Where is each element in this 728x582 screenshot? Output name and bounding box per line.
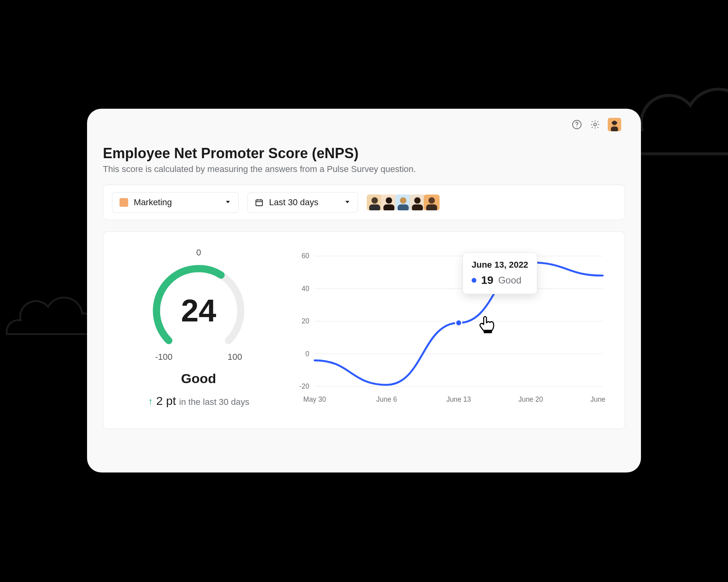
line-chart-svg: -200204060May 30June 6June 13June 20June… <box>292 248 607 410</box>
svg-text:May 30: May 30 <box>303 395 326 403</box>
svg-rect-13 <box>383 204 394 210</box>
enps-card: Employee Net Promoter Score (eNPS) This … <box>87 109 641 472</box>
enps-gauge: 24 <box>147 259 250 362</box>
caret-down-icon <box>344 197 351 208</box>
svg-rect-19 <box>412 204 423 210</box>
filter-bar: Marketing Last 30 days <box>103 185 625 220</box>
team-avatar <box>381 195 397 210</box>
tooltip-value: 19 <box>481 274 493 287</box>
chart-tooltip: June 13, 2022 19 Good <box>463 252 537 294</box>
tooltip-label: Good <box>498 275 521 286</box>
caret-down-icon <box>225 197 231 208</box>
svg-rect-7 <box>256 200 263 206</box>
delta-value: 2 pt <box>156 394 176 408</box>
svg-text:20: 20 <box>301 317 309 325</box>
department-dropdown[interactable]: Marketing <box>112 192 239 213</box>
svg-rect-10 <box>369 204 380 210</box>
series-color-dot <box>472 278 476 283</box>
gauge-value: 24 <box>147 259 250 362</box>
line-chart[interactable]: -200204060May 30June 6June 13June 20June… <box>292 248 607 410</box>
svg-rect-16 <box>398 204 409 210</box>
svg-text:June 6: June 6 <box>376 395 397 403</box>
arrow-up-icon: ↑ <box>148 395 153 408</box>
svg-rect-5 <box>611 127 618 131</box>
user-avatar[interactable] <box>608 118 621 131</box>
cursor-pointer-icon <box>477 313 499 335</box>
help-icon[interactable] <box>571 119 582 130</box>
gauge-top-label: 0 <box>196 248 201 258</box>
department-color-swatch <box>119 198 128 207</box>
svg-text:June 13: June 13 <box>446 395 471 403</box>
page-subtitle: This score is calculated by measuring th… <box>103 164 625 174</box>
team-avatar <box>367 195 383 210</box>
department-label: Marketing <box>134 197 172 208</box>
gauge-delta: ↑ 2 pt in the last 30 days <box>148 394 249 408</box>
team-avatar <box>424 195 440 210</box>
svg-text:June 27: June 27 <box>590 395 607 403</box>
svg-point-15 <box>400 197 406 204</box>
team-avatar <box>410 195 425 210</box>
svg-rect-42 <box>484 330 492 333</box>
svg-text:June 20: June 20 <box>518 395 543 403</box>
date-range-label: Last 30 days <box>269 197 318 208</box>
svg-text:40: 40 <box>301 285 309 293</box>
svg-point-2 <box>594 123 597 126</box>
delta-period: in the last 30 days <box>179 397 249 407</box>
svg-point-9 <box>372 197 378 204</box>
gauge-column: 0 24 -100 100 Good ↑ 2 <box>121 248 276 410</box>
svg-text:0: 0 <box>305 350 309 358</box>
settings-icon[interactable] <box>590 119 601 130</box>
team-avatars <box>367 195 440 210</box>
svg-point-21 <box>428 197 435 204</box>
calendar-icon <box>255 198 264 207</box>
svg-rect-22 <box>426 204 437 210</box>
tooltip-date: June 13, 2022 <box>472 260 528 270</box>
svg-point-18 <box>414 197 421 204</box>
page-title: Employee Net Promoter Score (eNPS) <box>103 145 625 162</box>
svg-point-1 <box>576 127 577 127</box>
svg-text:-20: -20 <box>299 382 309 390</box>
svg-point-12 <box>386 197 392 204</box>
svg-text:60: 60 <box>301 252 309 260</box>
topbar <box>103 109 625 140</box>
gauge-status: Good <box>181 371 216 386</box>
team-avatar <box>395 195 411 210</box>
charts-panel: 0 24 -100 100 Good ↑ 2 <box>103 231 625 429</box>
svg-rect-6 <box>612 122 617 124</box>
date-range-dropdown[interactable]: Last 30 days <box>247 192 358 213</box>
